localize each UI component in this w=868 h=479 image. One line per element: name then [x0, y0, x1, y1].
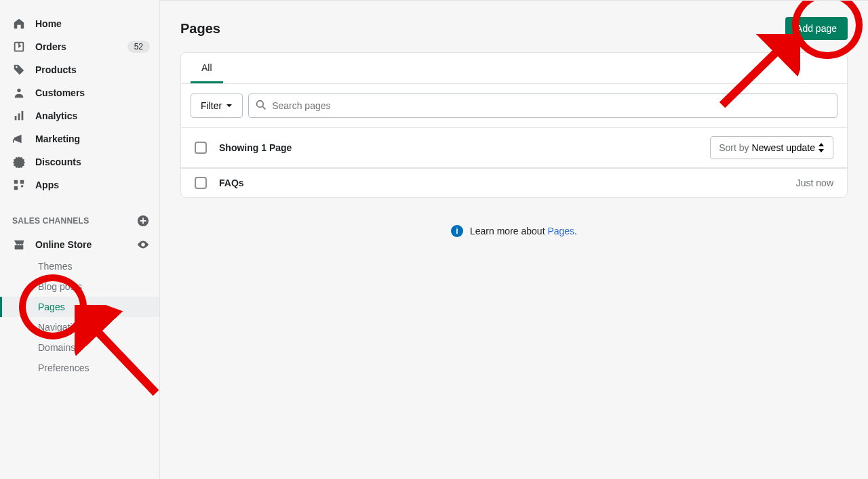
nav-label: Home: [35, 18, 62, 29]
main-content: Pages Add page All Filter: [160, 0, 868, 479]
nav-home[interactable]: Home: [0, 12, 159, 35]
list-header: Showing 1 Page Sort by Newest update: [181, 127, 847, 168]
sub-domains[interactable]: Domains: [0, 337, 159, 358]
select-all-checkbox[interactable]: [195, 142, 207, 154]
svg-point-1: [17, 89, 20, 92]
nav-apps[interactable]: Apps: [0, 173, 159, 196]
person-icon: [12, 86, 26, 100]
svg-rect-2: [15, 116, 17, 120]
row-title[interactable]: FAQs: [219, 178, 784, 188]
sort-value: Newest update: [752, 142, 815, 153]
nav-label: Marketing: [35, 133, 80, 144]
sub-preferences[interactable]: Preferences: [0, 358, 159, 378]
footer-help: i Learn more about Pages.: [180, 225, 848, 237]
svg-point-11: [257, 100, 264, 107]
nav-label: Customers: [35, 87, 85, 98]
nav-orders[interactable]: Orders 52: [0, 35, 159, 58]
orders-icon: [12, 40, 26, 54]
tag-icon: [12, 63, 26, 77]
sub-navigation[interactable]: Navigation: [0, 317, 159, 337]
add-channel-icon[interactable]: [136, 214, 150, 228]
nav-discounts[interactable]: Discounts: [0, 150, 159, 173]
sort-icon: [818, 143, 825, 152]
svg-rect-4: [22, 111, 24, 121]
sub-themes[interactable]: Themes: [0, 256, 159, 276]
tabs: All: [181, 53, 847, 84]
nav-label: Analytics: [35, 110, 77, 121]
megaphone-icon: [12, 132, 26, 146]
svg-line-12: [263, 106, 266, 109]
sub-pages[interactable]: Pages: [0, 297, 159, 317]
sales-channels-header: SALES CHANNELS: [0, 209, 159, 233]
nav-label: Online Store: [35, 239, 92, 250]
showing-count: Showing 1 Page: [219, 142, 698, 153]
filter-label: Filter: [201, 100, 222, 111]
apps-icon: [12, 178, 26, 192]
home-icon: [12, 17, 26, 30]
footer-text: Learn more about Pages.: [470, 226, 577, 236]
caret-down-icon: [226, 102, 233, 109]
table-row[interactable]: FAQs Just now: [181, 168, 847, 197]
filters-row: Filter: [181, 84, 847, 127]
svg-rect-3: [18, 113, 20, 120]
orders-badge: 52: [127, 41, 150, 53]
nav-label: Orders: [35, 41, 66, 52]
row-checkbox[interactable]: [195, 177, 207, 189]
sort-label: Sort by: [719, 142, 749, 153]
nav-label: Discounts: [35, 157, 81, 167]
row-time: Just now: [796, 178, 833, 188]
page-header: Pages Add page: [180, 17, 848, 40]
sort-button[interactable]: Sort by Newest update: [710, 136, 833, 159]
discount-icon: [12, 155, 26, 169]
pages-help-link[interactable]: Pages: [547, 226, 574, 236]
nav-marketing[interactable]: Marketing: [0, 127, 159, 150]
nav-products[interactable]: Products: [0, 58, 159, 81]
pages-card: All Filter Showing 1 Page Sort: [180, 52, 848, 198]
search-icon: [256, 100, 267, 112]
nav-label: Apps: [35, 180, 59, 190]
section-label: SALES CHANNELS: [12, 216, 89, 226]
tab-all[interactable]: All: [191, 53, 223, 83]
svg-rect-6: [20, 180, 24, 184]
sidebar: Home Orders 52 Products Customers: [0, 0, 160, 479]
eye-icon[interactable]: [136, 238, 150, 251]
search-field[interactable]: [248, 93, 837, 118]
nav-label: Products: [35, 64, 77, 75]
sub-blog-posts[interactable]: Blog posts: [0, 276, 159, 297]
svg-rect-7: [14, 186, 18, 190]
add-page-button[interactable]: Add page: [785, 17, 848, 40]
nav-online-store[interactable]: Online Store: [0, 233, 159, 256]
search-input[interactable]: [272, 94, 830, 117]
svg-rect-5: [14, 180, 18, 184]
nav-customers[interactable]: Customers: [0, 81, 159, 104]
info-icon: i: [451, 225, 463, 237]
nav-analytics[interactable]: Analytics: [0, 104, 159, 127]
analytics-icon: [12, 109, 26, 123]
page-title: Pages: [180, 21, 220, 37]
store-icon: [12, 238, 26, 251]
filter-button[interactable]: Filter: [191, 93, 243, 118]
